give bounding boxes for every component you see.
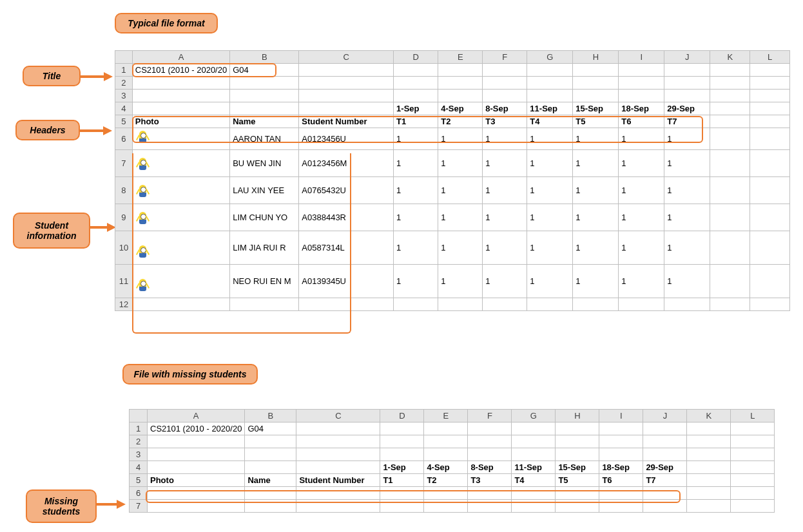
- cell[interactable]: T1: [394, 115, 438, 128]
- cell[interactable]: A0123456M: [299, 150, 394, 177]
- cell[interactable]: [710, 231, 750, 265]
- col-header[interactable]: B: [230, 51, 299, 64]
- col-header[interactable]: G: [512, 410, 556, 423]
- row-header[interactable]: 3: [115, 90, 133, 102]
- cell[interactable]: [132, 128, 229, 150]
- row-header[interactable]: 8: [115, 177, 133, 204]
- cell[interactable]: [664, 77, 710, 90]
- cell[interactable]: 11-Sep: [512, 461, 556, 474]
- cell[interactable]: 1: [527, 204, 573, 231]
- col-header[interactable]: B: [245, 410, 296, 423]
- cell[interactable]: [296, 487, 380, 500]
- table-row[interactable]: 5PhotoNameStudent NumberT1T2T3T4T5T6T7: [115, 115, 790, 128]
- cell[interactable]: [468, 435, 512, 448]
- cell[interactable]: CS2101 (2010 - 2020/20: [132, 64, 229, 77]
- cell[interactable]: [132, 204, 229, 231]
- cell[interactable]: T1: [380, 474, 424, 487]
- cell[interactable]: 1: [438, 150, 483, 177]
- cell[interactable]: 8-Sep: [468, 461, 512, 474]
- cell[interactable]: [731, 474, 775, 487]
- col-header[interactable]: I: [599, 410, 643, 423]
- cell[interactable]: A0388443R: [299, 204, 394, 231]
- cell[interactable]: LAU XIN YEE: [230, 177, 299, 204]
- cell[interactable]: 1: [483, 128, 527, 150]
- cell[interactable]: [527, 298, 573, 311]
- cell[interactable]: [643, 500, 687, 513]
- cell[interactable]: [394, 298, 438, 311]
- cell[interactable]: 1: [394, 150, 438, 177]
- cell[interactable]: 1: [438, 204, 483, 231]
- cell[interactable]: 18-Sep: [619, 102, 664, 115]
- cell[interactable]: BU WEN JIN: [230, 150, 299, 177]
- cell[interactable]: 1: [619, 150, 664, 177]
- cell[interactable]: [299, 77, 394, 90]
- col-header[interactable]: E: [438, 51, 483, 64]
- cell[interactable]: G04: [245, 423, 296, 435]
- cell[interactable]: 15-Sep: [556, 461, 599, 474]
- cell[interactable]: 1: [527, 150, 573, 177]
- table-row[interactable]: 2: [115, 77, 790, 90]
- col-header[interactable]: J: [664, 51, 710, 64]
- cell[interactable]: [512, 435, 556, 448]
- cell[interactable]: [750, 177, 790, 204]
- cell[interactable]: [512, 423, 556, 435]
- cell[interactable]: Student Number: [299, 115, 394, 128]
- row-header[interactable]: 4: [130, 461, 148, 474]
- cell[interactable]: 1: [527, 177, 573, 204]
- cell[interactable]: 1-Sep: [380, 461, 424, 474]
- cell[interactable]: [750, 64, 790, 77]
- cell[interactable]: [710, 265, 750, 298]
- col-header[interactable]: L: [731, 410, 775, 423]
- cell[interactable]: [710, 64, 750, 77]
- cell[interactable]: T3: [483, 115, 527, 128]
- col-header[interactable]: E: [424, 410, 468, 423]
- cell[interactable]: [750, 265, 790, 298]
- cell[interactable]: NEO RUI EN M: [230, 265, 299, 298]
- cell[interactable]: [643, 423, 687, 435]
- cell[interactable]: 1: [527, 265, 573, 298]
- cell[interactable]: [394, 90, 438, 102]
- cell[interactable]: [380, 487, 424, 500]
- cell[interactable]: [148, 461, 245, 474]
- cell[interactable]: [380, 435, 424, 448]
- cell[interactable]: [664, 90, 710, 102]
- cell[interactable]: [556, 448, 599, 461]
- col-header[interactable]: A: [148, 410, 245, 423]
- cell[interactable]: [245, 461, 296, 474]
- cell[interactable]: [710, 128, 750, 150]
- row-header[interactable]: 4: [115, 102, 133, 115]
- cell[interactable]: [687, 500, 731, 513]
- col-header[interactable]: G: [527, 51, 573, 64]
- cell[interactable]: [750, 128, 790, 150]
- row-header[interactable]: 5: [115, 115, 133, 128]
- cell[interactable]: [438, 90, 483, 102]
- cell[interactable]: T4: [527, 115, 573, 128]
- row-header[interactable]: 3: [130, 448, 148, 461]
- cell[interactable]: [619, 77, 664, 90]
- cell[interactable]: [380, 423, 424, 435]
- cell[interactable]: [687, 435, 731, 448]
- col-header[interactable]: K: [687, 410, 731, 423]
- cell[interactable]: [424, 500, 468, 513]
- cell[interactable]: 1: [573, 204, 619, 231]
- cell[interactable]: 1: [664, 128, 710, 150]
- cell[interactable]: [556, 500, 599, 513]
- cell[interactable]: [424, 423, 468, 435]
- cell[interactable]: [750, 298, 790, 311]
- row-header[interactable]: 11: [115, 265, 133, 298]
- cell[interactable]: 1: [438, 128, 483, 150]
- cell[interactable]: [483, 298, 527, 311]
- cell[interactable]: [710, 90, 750, 102]
- table-row[interactable]: 10LIM JIA RUI RA0587314L1111111: [115, 231, 790, 265]
- cell[interactable]: [468, 423, 512, 435]
- cell[interactable]: [394, 64, 438, 77]
- col-header[interactable]: C: [299, 51, 394, 64]
- cell[interactable]: [230, 102, 299, 115]
- spreadsheet-typical[interactable]: ABCDEFGHIJKL1CS2101 (2010 - 2020/20G0423…: [115, 50, 790, 311]
- cell[interactable]: [299, 298, 394, 311]
- cell[interactable]: 1: [527, 231, 573, 265]
- row-header[interactable]: 1: [130, 423, 148, 435]
- cell[interactable]: [468, 448, 512, 461]
- cell[interactable]: [710, 177, 750, 204]
- cell[interactable]: Photo: [148, 474, 245, 487]
